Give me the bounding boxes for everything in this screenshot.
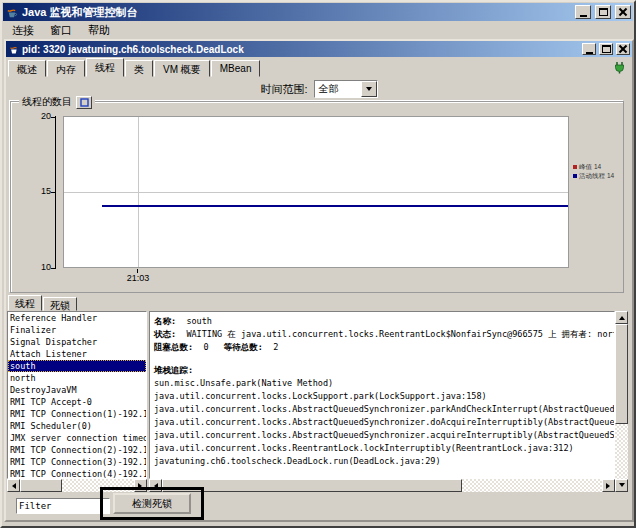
window-title: Java 监视和管理控制台 bbox=[22, 5, 571, 20]
tab-memory[interactable]: 内存 bbox=[47, 60, 85, 77]
scroll-up-button[interactable] bbox=[615, 311, 628, 324]
y-tick-label: 20 bbox=[29, 111, 51, 121]
inner-window-title: pid: 3320 javatuning.ch6.toolscheck.Dead… bbox=[22, 44, 579, 55]
scroll-down-button[interactable] bbox=[615, 479, 628, 492]
time-range-select[interactable]: 全部 bbox=[314, 80, 378, 98]
stack-frame: java.util.concurrent.locks.AbstractQueue… bbox=[154, 429, 610, 442]
scroll-left-button[interactable] bbox=[7, 479, 20, 492]
detect-deadlock-button[interactable]: 检测死锁 bbox=[113, 493, 191, 514]
y-tick-label: 10 bbox=[29, 262, 51, 272]
bottom-tabstrip: 线程 死锁 bbox=[8, 295, 78, 311]
thread-detail-panel: 名称: south 状态: WAITING 在 java.util.concur… bbox=[149, 311, 615, 479]
menu-help[interactable]: 帮助 bbox=[80, 22, 118, 39]
chart-popup-button[interactable] bbox=[76, 96, 92, 109]
stack-frame: java.util.concurrent.locks.LockSupport.p… bbox=[154, 390, 610, 403]
tab-deadlock[interactable]: 死锁 bbox=[43, 297, 77, 311]
y-tick bbox=[51, 192, 56, 193]
y-tick bbox=[51, 117, 56, 118]
time-range-label: 时间范围: bbox=[260, 82, 307, 97]
chevron-down-icon bbox=[366, 87, 372, 94]
y-tick-label: 15 bbox=[29, 186, 51, 196]
detail-counts-line: 阻塞总数: 0 等待总数: 2 bbox=[154, 341, 610, 354]
gridline bbox=[64, 192, 568, 193]
highlight-annotation: 检测死锁 bbox=[100, 487, 204, 520]
detail-name-line: 名称: south bbox=[154, 315, 610, 328]
list-item[interactable]: Finalizer bbox=[8, 324, 146, 336]
scrollbar-track[interactable] bbox=[615, 424, 628, 479]
y-tick bbox=[51, 268, 56, 269]
live-threads-series bbox=[102, 205, 568, 207]
list-item[interactable]: RMI TCP Connection(3)-192.168. bbox=[8, 456, 146, 468]
menu-connection[interactable]: 连接 bbox=[4, 22, 42, 39]
arrow-down-icon bbox=[619, 483, 625, 490]
plot-area bbox=[63, 116, 569, 268]
thread-list: Reference Handler Finalizer Signal Dispa… bbox=[7, 311, 147, 479]
maximize-icon bbox=[599, 8, 608, 16]
chart-title: 线程的数目 bbox=[22, 95, 72, 109]
list-item-selected[interactable]: south bbox=[8, 360, 146, 372]
inner-close-button[interactable] bbox=[616, 43, 630, 55]
tab-overview[interactable]: 概述 bbox=[8, 60, 46, 77]
list-item[interactable]: Signal Dispatcher bbox=[8, 336, 146, 348]
stack-trace-header: 堆栈追踪: bbox=[154, 364, 610, 377]
tab-mbean[interactable]: MBean bbox=[211, 60, 261, 77]
app-window: Java 监视和管理控制台 连接 窗口 帮助 pid: 3320 javatun… bbox=[0, 0, 636, 528]
list-item[interactable]: Attach Listener bbox=[8, 348, 146, 360]
java-icon bbox=[5, 6, 18, 19]
peak-marker-icon bbox=[573, 165, 577, 169]
stack-frame: java.util.concurrent.locks.AbstractQueue… bbox=[154, 403, 610, 416]
menubar: 连接 窗口 帮助 bbox=[4, 22, 632, 39]
list-item[interactable]: RMI TCP Connection(2)-192.168. bbox=[8, 444, 146, 456]
arrow-right-icon bbox=[606, 483, 613, 489]
minimize-button[interactable] bbox=[575, 5, 591, 19]
x-tick-label: 21:03 bbox=[115, 273, 161, 283]
time-range-value: 全部 bbox=[315, 82, 361, 96]
list-item[interactable]: RMI TCP Connection(4)-192.168. bbox=[8, 468, 146, 479]
filter-input[interactable] bbox=[16, 498, 110, 514]
list-item[interactable]: Reference Handler bbox=[8, 312, 146, 324]
stack-frame: javatuning.ch6.toolscheck.DeadLock.run(D… bbox=[154, 455, 610, 468]
java-icon bbox=[8, 44, 19, 55]
maximize-button[interactable] bbox=[595, 5, 611, 19]
close-button[interactable] bbox=[615, 5, 631, 19]
legend-live-threads: 活动线程 14 bbox=[573, 171, 621, 180]
scroll-right-button[interactable] bbox=[602, 479, 615, 492]
details-hscrollbar[interactable] bbox=[149, 479, 615, 492]
arrow-left-icon bbox=[9, 483, 16, 489]
chart-legend: 峰值 14 活动线程 14 bbox=[573, 162, 621, 180]
scrollbar-thumb[interactable] bbox=[162, 479, 462, 492]
list-item[interactable]: RMI TCP Accept-0 bbox=[8, 396, 146, 408]
close-icon bbox=[619, 8, 627, 16]
main-tabstrip: 概述 内存 线程 类 VM 概要 MBean bbox=[8, 58, 630, 77]
arrow-up-icon bbox=[619, 313, 625, 320]
outer-titlebar: Java 监视和管理控制台 bbox=[3, 3, 633, 21]
list-item[interactable]: RMI TCP Connection(1)-192.168. bbox=[8, 408, 146, 420]
inner-minimize-button[interactable] bbox=[582, 43, 596, 55]
live-marker-icon bbox=[573, 174, 577, 178]
details-vscrollbar[interactable] bbox=[615, 311, 628, 492]
combo-dropdown-button[interactable] bbox=[361, 81, 377, 97]
tab-content: 概述 内存 线程 类 VM 概要 MBean 时间范围: 全部 bbox=[6, 57, 632, 520]
scrollbar-track[interactable] bbox=[462, 479, 602, 492]
chart-title-box: 线程的数目 bbox=[19, 95, 95, 109]
tab-vm-summary[interactable]: VM 概要 bbox=[154, 60, 210, 77]
list-item[interactable]: RMI Scheduler(0) bbox=[8, 420, 146, 432]
menu-window[interactable]: 窗口 bbox=[42, 22, 80, 39]
stack-frame: java.util.concurrent.locks.AbstractQueue… bbox=[154, 416, 610, 429]
list-item[interactable]: north bbox=[8, 372, 146, 384]
stack-frame: java.util.concurrent.locks.ReentrantLock… bbox=[154, 442, 610, 455]
scrollbar-thumb[interactable] bbox=[20, 479, 62, 492]
inner-restore-button[interactable] bbox=[599, 43, 613, 55]
tab-threads[interactable]: 线程 bbox=[86, 58, 124, 77]
tab-classes[interactable]: 类 bbox=[125, 60, 153, 77]
list-item[interactable]: JMX server connection timeout bbox=[8, 432, 146, 444]
connected-icon bbox=[613, 60, 626, 78]
minimize-icon bbox=[586, 52, 593, 54]
stack-frame: sun.misc.Unsafe.park(Native Method) bbox=[154, 377, 610, 390]
list-item[interactable]: DestroyJavaVM bbox=[8, 384, 146, 396]
legend-peak: 峰值 14 bbox=[573, 162, 621, 171]
inner-titlebar: pid: 3320 javatuning.ch6.toolscheck.Dead… bbox=[6, 41, 632, 57]
scrollbar-thumb[interactable] bbox=[615, 324, 628, 424]
tab-thread-list[interactable]: 线程 bbox=[8, 295, 42, 311]
thread-count-chart: 线程的数目 20 15 10 bbox=[10, 101, 624, 293]
